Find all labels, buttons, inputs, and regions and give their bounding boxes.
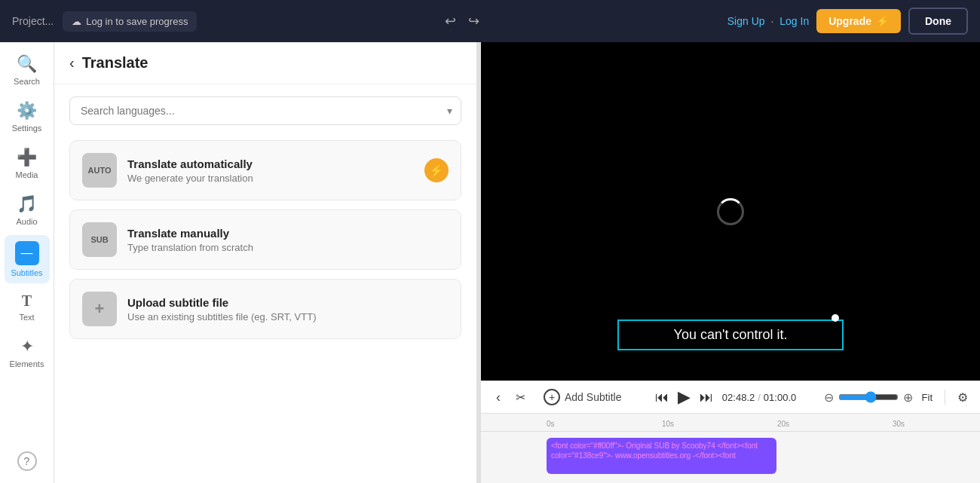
- upload-text: Upload subtitle file Use an existing sub…: [127, 296, 449, 323]
- sidebar-label-audio: Audio: [16, 217, 37, 226]
- time-display: 02:48.2 / 01:00.0: [722, 392, 796, 403]
- zoom-in-button[interactable]: ⊕: [903, 390, 913, 405]
- elements-icon: ✦: [20, 337, 34, 356]
- video-timeline-area: You can't control it. ‹ ✂ + Add Subtitle…: [481, 42, 980, 483]
- sidebar-item-text[interactable]: T Text: [5, 286, 50, 328]
- scissors-button[interactable]: ✂: [513, 387, 528, 408]
- sidebar-label-text: Text: [19, 313, 34, 322]
- upload-badge: +: [82, 292, 117, 326]
- upgrade-icon-auto: ⚡: [424, 158, 449, 182]
- manual-translate-card[interactable]: SUB Translate manually Type translation …: [69, 209, 461, 270]
- upload-subtitle-card[interactable]: + Upload subtitle file Use an existing s…: [69, 279, 461, 339]
- language-search-wrapper: ▾: [69, 96, 461, 125]
- topbar-left: Project... ☁ Log in to save progress: [12, 11, 197, 32]
- time-separator: /: [758, 392, 761, 403]
- sidebar-item-audio[interactable]: 🎵 Audio: [5, 188, 50, 232]
- done-button[interactable]: Done: [908, 8, 968, 35]
- sidebar-label-subtitles: Subtitles: [11, 268, 42, 277]
- sidebar-label-search: Search: [14, 77, 40, 86]
- upgrade-button[interactable]: Upgrade ⚡: [816, 9, 901, 33]
- ruler-tick-10s: 10s: [662, 420, 674, 428]
- panel-content: ▾ AUTO Translate automatically We genera…: [54, 84, 476, 360]
- manual-desc: Type translation from scratch: [127, 242, 449, 253]
- topbar-right: Sign Up · Log In Upgrade ⚡ Done: [727, 8, 968, 35]
- skip-forward-button[interactable]: ⏭: [700, 390, 713, 405]
- auto-text: Translate automatically We generate your…: [127, 157, 414, 184]
- sidebar-item-search[interactable]: 🔍 Search: [5, 48, 50, 92]
- help-icon: ?: [17, 451, 37, 471]
- sidebar-help[interactable]: ?: [17, 451, 37, 471]
- upgrade-label: Upgrade: [828, 15, 871, 27]
- timeline-tracks: <font color="#ff00ff">- Original SUB by …: [481, 432, 980, 483]
- back-button[interactable]: ‹: [69, 54, 75, 72]
- panel-title: Translate: [82, 54, 149, 72]
- add-circle-icon: +: [544, 389, 560, 405]
- current-time: 02:48.2: [722, 392, 755, 403]
- subtitle-resize-handle[interactable]: [831, 314, 839, 322]
- ruler-tick-0s: 0s: [547, 420, 555, 428]
- redo-button[interactable]: ↪: [464, 10, 484, 32]
- auto-translate-card[interactable]: AUTO Translate automatically We generate…: [69, 140, 461, 200]
- auto-desc: We generate your translation: [127, 173, 414, 184]
- plus-icon: ➕: [17, 148, 37, 167]
- sidebar: 🔍 Search ⚙️ Settings ➕ Media 🎵 Audio — S…: [0, 42, 54, 483]
- sidebar-item-settings[interactable]: ⚙️ Settings: [5, 95, 50, 139]
- sidebar-label-elements: Elements: [10, 359, 44, 368]
- undo-button[interactable]: ↩: [440, 10, 461, 32]
- auto-badge: AUTO: [82, 153, 117, 188]
- search-icon: 🔍: [17, 54, 37, 74]
- gear-icon: ⚙️: [17, 101, 37, 121]
- language-search-input[interactable]: [69, 96, 461, 125]
- manual-text: Translate manually Type translation from…: [127, 227, 449, 253]
- cloud-icon: ☁: [72, 16, 81, 27]
- manual-title: Translate manually: [127, 227, 449, 240]
- sub-badge: SUB: [82, 222, 117, 257]
- audio-icon: 🎵: [17, 194, 37, 214]
- subtitles-icon: —: [15, 241, 39, 265]
- undo-redo-controls: ↩ ↪: [440, 10, 484, 32]
- cloud-save-button[interactable]: ☁ Log in to save progress: [63, 11, 197, 32]
- separator-line: [945, 390, 945, 405]
- upgrade-icon: ⚡: [876, 15, 889, 27]
- video-canvas: You can't control it.: [481, 42, 980, 381]
- upload-desc: Use an existing subtitles file (eg. SRT,…: [127, 311, 449, 323]
- auth-links: Sign Up · Log In: [727, 15, 809, 27]
- main-layout: 🔍 Search ⚙️ Settings ➕ Media 🎵 Audio — S…: [0, 42, 980, 483]
- zoom-slider[interactable]: [838, 391, 899, 403]
- text-icon: T: [22, 292, 32, 310]
- upload-title: Upload subtitle file: [127, 296, 449, 309]
- project-label[interactable]: Project...: [12, 15, 54, 27]
- sidebar-item-elements[interactable]: ✦ Elements: [5, 331, 50, 374]
- dot-separator: ·: [770, 15, 773, 27]
- video-spinner: [717, 198, 744, 225]
- clip-1-text: <font color="#ff00ff">- Original SUB by …: [551, 442, 758, 460]
- auto-title: Translate automatically: [127, 157, 414, 170]
- sidebar-item-subtitles[interactable]: — Subtitles: [5, 235, 50, 283]
- add-subtitle-button[interactable]: + Add Subtitle: [537, 386, 628, 408]
- sidebar-label-media: Media: [16, 170, 38, 179]
- play-button[interactable]: ▶: [678, 387, 691, 407]
- translate-panel: ‹ Translate ▾ AUTO Translate automatical…: [54, 42, 476, 483]
- fit-button[interactable]: Fit: [922, 392, 933, 403]
- sidebar-label-settings: Settings: [12, 124, 42, 133]
- topbar: Project... ☁ Log in to save progress ↩ ↪…: [0, 0, 980, 42]
- add-subtitle-label: Add Subtitle: [565, 391, 622, 403]
- subtitle-text: You can't control it.: [674, 327, 788, 342]
- sidebar-item-media[interactable]: ➕ Media: [5, 142, 50, 185]
- ruler-tick-30s: 30s: [893, 420, 905, 428]
- timeline-settings-button[interactable]: ⚙: [957, 390, 968, 405]
- skip-back-button[interactable]: ⏮: [655, 390, 669, 405]
- cloud-save-label: Log in to save progress: [86, 16, 188, 27]
- video-subtitle-overlay: You can't control it.: [617, 319, 844, 350]
- zoom-out-button[interactable]: ⊖: [824, 390, 834, 405]
- login-link[interactable]: Log In: [779, 15, 809, 27]
- timeline-ruler: 0s 10s 20s 30s 40s 50s 1m: [481, 414, 980, 432]
- ruler-tick-20s: 20s: [777, 420, 789, 428]
- timeline-controls: ‹ ✂ + Add Subtitle ⏮ ▶ ⏭ 02:48.2 / 01:00…: [481, 381, 980, 414]
- panel-header: ‹ Translate: [54, 42, 476, 84]
- timeline-back-button[interactable]: ‹: [493, 387, 504, 408]
- subtitle-clip-1[interactable]: <font color="#ff00ff">- Original SUB by …: [547, 438, 776, 474]
- total-time: 01:00.0: [764, 392, 796, 403]
- zoom-controls: ⊖ ⊕: [824, 390, 913, 405]
- signup-link[interactable]: Sign Up: [727, 15, 765, 27]
